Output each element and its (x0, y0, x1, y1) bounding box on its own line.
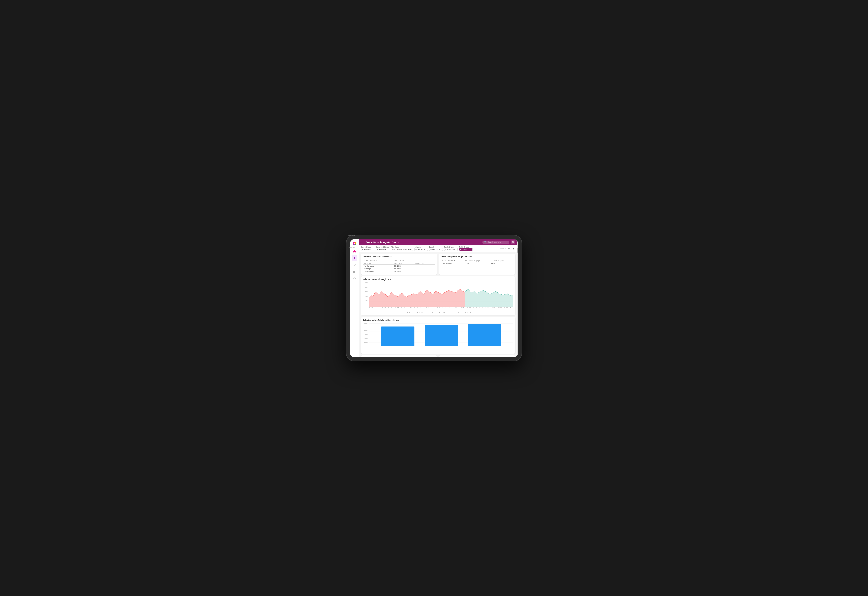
metrics-difference-title: Selected Metrics % Difference (363, 256, 435, 258)
x-label: Sep 16 (369, 307, 373, 311)
lift-post: 19.5% (490, 262, 513, 265)
y-label-0: 0 (363, 305, 369, 306)
svg-rect-4 (353, 271, 354, 273)
metrics-difference-card: Selected Metrics % Difference Stores Com… (361, 254, 437, 274)
period-post: Post-Campaign (363, 270, 393, 273)
sidebar-item-chart[interactable] (352, 269, 357, 274)
x-label: Nov 1 (510, 307, 513, 311)
x-label: Sep 18 (376, 307, 379, 311)
scrollbar[interactable] (517, 239, 518, 357)
bookmark-button[interactable]: ⊞ (511, 240, 515, 244)
table-row: Campaign 55,698.56 (363, 267, 435, 270)
legend-post-label: Post-Campaign - Control Stores (454, 312, 474, 313)
svg-rect-6 (355, 270, 355, 273)
revenue-col[interactable]: Revenue ▼ (393, 262, 414, 264)
legend-pre-line (402, 313, 406, 313)
brand-label: Brand (429, 246, 443, 248)
bar-y-0: 0 (363, 345, 369, 347)
line-chart-wrapper: 5,000 4,000 3,000 2,000 1,000 0 (363, 282, 513, 311)
x-label: Sep 22 (388, 307, 392, 311)
bar-y-40000: 40,000 (363, 330, 369, 332)
x-label: Sep 24 (395, 307, 399, 311)
search-icon: 🔍 (484, 241, 486, 243)
experiment-stores-select[interactable]: is any value (376, 248, 389, 251)
diff-post (414, 270, 435, 273)
line-chart-card: Selected Metric Through time 5,000 4,000… (361, 276, 515, 315)
bar-y-axis: 60,000 50,000 40,000 30,000 20,000 10,00… (363, 323, 369, 347)
svg-rect-5 (354, 271, 355, 273)
dashboard: Selected Metrics % Difference Stores Com… (359, 252, 517, 357)
category-select[interactable]: is any value (414, 248, 428, 251)
table-row: Post-Campaign 62,192.56 (363, 270, 435, 273)
revenue-campaign: 55,698.56 (393, 267, 414, 270)
stores-compare-header2[interactable]: Stores Compare ▲ (441, 259, 464, 262)
metric-choice-label: Metric Choice (459, 246, 473, 248)
control-stores-card: Control Stores Revenue and Discounts $60… (361, 356, 437, 357)
x-label: Oct 26 (492, 307, 495, 311)
settings-button[interactable]: ⚙ (512, 247, 515, 250)
time-period-col: Time Period (363, 262, 393, 264)
brand-select[interactable]: is any value (429, 248, 443, 251)
lift-during-header: Lift During Campaign (464, 259, 490, 262)
x-label: Oct 15 (461, 307, 464, 311)
bottom-row: Control Stores Revenue and Discounts $60… (361, 356, 515, 357)
bar-chart-wrapper: 60,000 50,000 40,000 30,000 20,000 10,00… (363, 323, 513, 352)
sidebar-item-home[interactable] (352, 248, 357, 254)
tablet-frame: ☰ Promotions Analysis: Stores 🔍 Search a… (346, 235, 522, 361)
sidebar-item-megaphone[interactable] (352, 276, 357, 281)
legend-campaign-label: Campaign - Control Stores (432, 312, 448, 313)
line-chart-title: Selected Metric Through time (363, 278, 513, 280)
bar-y-30000: 30,000 (363, 334, 369, 335)
legend-post-line (450, 313, 454, 313)
y-label-5000: 5,000 (363, 282, 369, 283)
x-label: Oct 20 (473, 307, 477, 311)
table-row: Pre-Campaign 52,026.82 (363, 264, 435, 267)
metric-choice-filter: Metric Choice Revenue (459, 246, 473, 251)
stores-compare-header[interactable]: Stores Compare ▲ (363, 259, 393, 262)
product-name-label: Product Name (444, 246, 458, 248)
diff-pre (414, 264, 435, 267)
product-name-select[interactable]: is any value (444, 248, 458, 251)
bar-campaign (425, 325, 458, 346)
x-label: Oct 24 (485, 307, 489, 311)
x-label: Oct 30 (504, 307, 508, 311)
main-content: ☰ Promotions Analysis: Stores 🔍 Search a… (359, 239, 517, 357)
control-stores-filter: Control Stores is any value (361, 246, 374, 251)
legend-campaign: Campaign - Control Stores (428, 312, 448, 313)
x-label: Oct 14 (455, 307, 458, 311)
x-label: Oct 12 (449, 307, 452, 311)
x-label: Oct 10 (442, 307, 446, 311)
bar-y-20000: 20,000 (363, 338, 369, 339)
category-filter: Category is any value (414, 246, 428, 251)
sidebar-item-link[interactable] (352, 262, 357, 267)
lift-table: Stores Compare ▲ Lift During Campaign Li… (441, 259, 513, 265)
x-label: Sep 28 (408, 307, 411, 311)
svg-point-3 (355, 243, 356, 245)
legend-pre: Pre-Campaign - Control Stores (402, 312, 425, 313)
metric-choice-select[interactable]: Revenue (459, 248, 473, 251)
topbar: ☰ Promotions Analysis: Stores 🔍 Search a… (359, 239, 517, 245)
revenue-post: 62,192.56 (393, 270, 414, 273)
experiment-stores-label: Experiment Stores (376, 246, 389, 248)
control-stores-label: Control Stores (361, 246, 374, 248)
y-label-4000: 4,000 (363, 286, 369, 288)
time-label: Just now (500, 248, 506, 249)
search-bar[interactable]: 🔍 Search accounts... (482, 240, 509, 244)
search-placeholder: Search accounts... (488, 241, 503, 243)
menu-icon[interactable]: ☰ (361, 240, 364, 244)
filter-bar: Control Stores is any value Experiment S… (359, 245, 517, 252)
bar-chart-area: Control Stores Pre-Campaign Campaign Pos… (369, 323, 513, 347)
x-label: Oct 28 (498, 307, 501, 311)
filter-dates-filter: Filter Dates 2021/10/01 ~ 2021/10/15 (390, 246, 413, 251)
legend-post: Post-Campaign - Control Stores (450, 312, 474, 313)
x-label: Oct 4 (426, 307, 429, 311)
control-stores-select[interactable]: is any value (361, 248, 374, 251)
sidebar-item-diamond[interactable] (352, 255, 357, 261)
y-axis: 5,000 4,000 3,000 2,000 1,000 0 (363, 282, 369, 307)
bar-y-60000: 60,000 (363, 323, 369, 324)
svg-point-1 (355, 242, 356, 243)
refresh-button[interactable]: ↻ (507, 247, 511, 250)
bar-y-10000: 10,000 (363, 342, 369, 343)
store-name: Control Stores (441, 262, 464, 265)
filter-dates-select[interactable]: 2021/10/01 ~ 2021/10/15 (390, 248, 413, 251)
